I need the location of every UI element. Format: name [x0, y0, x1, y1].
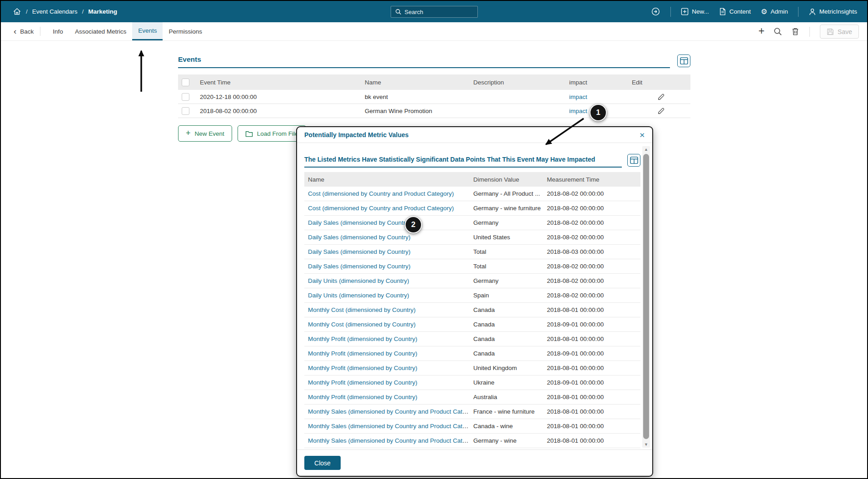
search-input[interactable]	[405, 9, 473, 15]
col-measurement-time: Measurement Time	[543, 176, 637, 183]
table-layout-button[interactable]	[627, 154, 640, 167]
col-dimension-value: Dimension Value	[470, 176, 543, 183]
metric-name-link[interactable]: Daily Units (dimensioned by Country)	[308, 292, 409, 299]
new-event-button[interactable]: + New Event	[178, 125, 232, 142]
col-impact: impact	[565, 79, 628, 86]
impacted-metrics-modal: Potentially Impacted Metric Values ✕ The…	[296, 126, 653, 477]
impact-link[interactable]: impact	[569, 108, 587, 114]
metric-name-link[interactable]: Daily Sales (dimensioned by Country)	[308, 248, 411, 255]
trash-icon[interactable]	[791, 27, 799, 36]
back-button[interactable]: ‹ Back	[14, 22, 34, 40]
breadcrumb-event-calendars[interactable]: Event Calendars	[32, 8, 78, 15]
tab-events[interactable]: Events	[132, 22, 163, 40]
dimension-value: Germany	[470, 277, 543, 284]
edit-pencil-icon[interactable]	[657, 93, 665, 101]
impact-table-row: Monthly Profit (dimensioned by Country) …	[304, 332, 640, 346]
home-icon[interactable]	[13, 7, 21, 16]
close-icon[interactable]: ✕	[639, 132, 645, 138]
row-checkbox[interactable]	[182, 107, 189, 115]
breadcrumb: / Event Calendars / Marketing	[1, 7, 117, 16]
impact-table: Name Dimension Value Measurement Time Co…	[304, 172, 640, 448]
plus-square-icon	[681, 8, 689, 15]
table-layout-button[interactable]	[677, 54, 690, 67]
folder-icon	[245, 130, 253, 137]
metric-name-link[interactable]: Monthly Profit (dimensioned by Country)	[308, 336, 417, 342]
impact-table-row: Daily Units (dimensioned by Country) Spa…	[304, 288, 640, 303]
tabbar-divider	[40, 27, 40, 36]
select-all-checkbox[interactable]	[182, 79, 189, 86]
edit-pencil-icon[interactable]	[657, 107, 665, 115]
impact-table-row: Monthly Profit (dimensioned by Country) …	[304, 390, 640, 405]
metric-name-link[interactable]: Monthly Cost (dimensioned by Country)	[308, 321, 416, 328]
metric-name-link[interactable]: Monthly Profit (dimensioned by Country)	[308, 394, 417, 400]
measurement-time: 2018-08-01 00:00:00	[543, 437, 637, 444]
metric-name-link[interactable]: Cost (dimensioned by Country and Product…	[308, 190, 454, 197]
metric-name-link[interactable]: Cost (dimensioned by Country and Product…	[308, 205, 454, 212]
row-checkbox[interactable]	[182, 93, 189, 101]
dimension-value: Germany - wine furniture	[470, 205, 543, 212]
metric-name-link[interactable]: Monthly Sales (dimensioned by Country an…	[308, 437, 470, 444]
metric-name-link[interactable]: Daily Sales (dimensioned by Country)	[308, 263, 411, 270]
dimension-value: Ukraine	[470, 379, 543, 386]
dimension-value: Canada	[470, 306, 543, 313]
impact-table-row: Monthly Cost (dimensioned by Country) Ca…	[304, 317, 640, 332]
measurement-time: 2018-08-02 00:00:00	[543, 292, 637, 299]
modal-title: Potentially Impacted Metric Values	[304, 131, 409, 138]
metric-name-link[interactable]: Monthly Sales (dimensioned by Country an…	[308, 408, 470, 415]
new-event-label: New Event	[195, 130, 224, 137]
tab-permissions[interactable]: Permissions	[163, 22, 208, 40]
events-table: Event Time Name Description impact Edit …	[178, 74, 690, 118]
breadcrumb-marketing: Marketing	[88, 8, 117, 15]
scroll-up-arrow[interactable]: ▲	[642, 147, 650, 152]
measurement-time: 2018-08-01 00:00:00	[543, 394, 637, 400]
measurement-time: 2018-08-03 00:00:00	[543, 248, 637, 255]
impact-table-row: Daily Units (dimensioned by Country) Ger…	[304, 274, 640, 288]
metric-name-link[interactable]: Daily Sales (dimensioned by Country)	[308, 234, 411, 241]
admin-menu-button[interactable]: ⚙ Admin	[761, 8, 788, 15]
dimension-value: Total	[470, 248, 543, 255]
metric-name-link[interactable]: Monthly Profit (dimensioned by Country)	[308, 350, 417, 357]
metric-name-link[interactable]: Monthly Sales (dimensioned by Country an…	[308, 423, 470, 430]
dimension-value: Total	[470, 263, 543, 270]
col-description: Description	[470, 79, 565, 86]
col-name: Name	[304, 176, 470, 183]
toolbar-divider	[809, 27, 810, 37]
impact-table-row: Daily Sales (dimensioned by Country) Tot…	[304, 245, 640, 259]
scrollbar-thumb[interactable]	[643, 154, 649, 439]
impact-table-row: Monthly Sales (dimensioned by Country an…	[304, 405, 640, 419]
impact-table-row: Monthly Profit (dimensioned by Country) …	[304, 375, 640, 390]
measurement-time: 2018-08-02 00:00:00	[543, 219, 637, 226]
topbar-divider	[798, 7, 799, 17]
dimension-value: Australia	[470, 394, 543, 400]
tab-associated-metrics[interactable]: Associated Metrics	[69, 22, 132, 40]
metric-name-link[interactable]: Monthly Cost (dimensioned by Country)	[308, 306, 416, 313]
metric-name-link[interactable]: Daily Units (dimensioned by Country)	[308, 277, 409, 284]
save-button[interactable]: Save	[820, 25, 859, 39]
dimension-value: United Kingdom	[470, 365, 543, 371]
close-button[interactable]: Close	[304, 456, 341, 470]
arrow-circle-icon[interactable]	[651, 7, 660, 16]
modal-footer: Close	[297, 449, 652, 476]
metric-name-link[interactable]: Monthly Profit (dimensioned by Country)	[308, 365, 417, 371]
events-title-underline: Events	[178, 55, 670, 68]
tab-info[interactable]: Info	[47, 22, 69, 40]
content-menu-label: Content	[729, 8, 751, 15]
measurement-time: 2018-08-02 00:00:00	[543, 234, 637, 241]
modal-scrollbar: ▲ ▼	[642, 146, 650, 448]
col-edit: Edit	[628, 79, 690, 86]
scroll-down-arrow[interactable]: ▼	[642, 442, 650, 447]
modal-heading-underline: The Listed Metrics Have Statistically Si…	[304, 155, 622, 168]
content-menu-button[interactable]: Content	[719, 8, 751, 15]
tabbar-toolbar: + Save	[759, 22, 859, 41]
metric-name-link[interactable]: Monthly Profit (dimensioned by Country)	[308, 379, 417, 386]
load-from-file-button[interactable]: Load From File	[238, 125, 306, 142]
tab-bar: ‹ Back Info Associated Metrics Events Pe…	[1, 22, 867, 41]
metric-name-link[interactable]: Daily Sales (dimensioned by Country)	[308, 219, 411, 226]
search-icon[interactable]	[774, 27, 782, 36]
impact-link[interactable]: impact	[569, 94, 587, 100]
new-menu-button[interactable]: New...	[681, 8, 709, 15]
global-search[interactable]	[391, 6, 478, 18]
add-icon[interactable]: +	[759, 25, 764, 37]
user-menu-button[interactable]: MetricInsights	[808, 8, 857, 16]
impact-table-row: Cost (dimensioned by Country and Product…	[304, 187, 640, 201]
